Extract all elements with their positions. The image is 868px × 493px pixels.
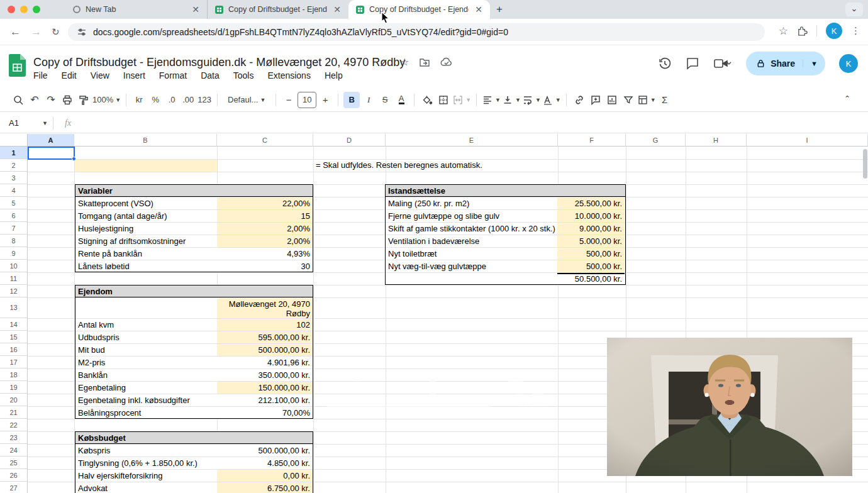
row-value[interactable]: 9.000,00 kr. [557, 223, 625, 235]
version-history-icon[interactable] [658, 57, 672, 70]
paint-format-icon[interactable] [76, 92, 91, 108]
close-window-button[interactable] [8, 6, 15, 13]
row-header-16[interactable]: 16 [0, 343, 28, 356]
site-settings-icon[interactable] [77, 27, 87, 37]
more-formats-button[interactable]: 123 [197, 92, 212, 108]
row-label[interactable]: Fjerne gulvtæppe og slibe gulv [386, 210, 557, 222]
menu-format[interactable]: Format [159, 70, 187, 80]
insert-link-icon[interactable] [572, 92, 587, 108]
fill-handle[interactable] [72, 157, 76, 161]
menu-tools[interactable]: Tools [233, 70, 254, 80]
insert-chart-icon[interactable] [604, 92, 620, 108]
row-value[interactable]: 102 [217, 319, 313, 331]
tab-driftsbudget-1[interactable]: Copy of Driftsbudget - Ejendo ✕ [207, 0, 348, 19]
row-label[interactable] [75, 298, 217, 318]
name-box[interactable]: A1 ▼ [0, 118, 53, 128]
row-label[interactable]: Tomgang (antal dage/år) [75, 210, 217, 222]
row-header-4[interactable]: 4 [0, 184, 28, 197]
close-tab-icon[interactable]: ✕ [332, 4, 342, 14]
row-value[interactable]: 4.901,96 kr. [217, 357, 313, 368]
share-dropdown-icon[interactable]: ▼ [803, 60, 825, 67]
borders-icon[interactable] [436, 92, 451, 108]
font-size-input[interactable]: 10 [298, 92, 316, 108]
search-icon[interactable] [11, 92, 26, 108]
table-header[interactable]: Istandsættelse [386, 185, 625, 197]
row-header-12[interactable]: 12 [0, 285, 28, 297]
selected-cell-A1[interactable] [28, 147, 75, 160]
row-value[interactable]: 6.750,00 kr. [217, 482, 313, 493]
menu-data[interactable]: Data [201, 70, 220, 80]
tab-driftsbudget-2[interactable]: Copy of Driftsbudget - Ejendo ✕ [348, 0, 490, 19]
row-value[interactable]: 2,00% [217, 235, 313, 247]
comments-icon[interactable] [686, 57, 699, 70]
row-header-26[interactable]: 26 [0, 469, 28, 482]
row-header-15[interactable]: 15 [0, 331, 28, 343]
menu-insert[interactable]: Insert [123, 70, 145, 80]
row-value[interactable]: 4,93% [217, 248, 313, 260]
row-header-9[interactable]: 9 [0, 247, 28, 260]
column-header-F[interactable]: F [558, 134, 626, 147]
row-header-11[interactable]: 11 [0, 272, 28, 285]
forward-button[interactable]: → [31, 26, 42, 38]
total-value[interactable]: 50.500,00 kr. [557, 273, 625, 285]
row-label[interactable]: Egenbetaling inkl. købsudgifter [75, 394, 217, 406]
row-header-1[interactable]: 1 [0, 147, 28, 159]
row-value[interactable]: Møllevænget 20, 4970 Rødby [217, 298, 313, 318]
row-header-21[interactable]: 21 [0, 406, 28, 419]
column-header-I[interactable]: I [747, 134, 868, 147]
close-tab-icon[interactable]: ✕ [191, 4, 201, 14]
row-value[interactable]: 500.000,00 kr. [217, 344, 313, 356]
row-label[interactable]: Skatteprocent (VSO) [75, 197, 217, 209]
row-label[interactable]: Nyt væg-til-væg gulvtæppe [386, 260, 557, 272]
row-value[interactable]: 350.000,00 kr. [217, 369, 313, 381]
bold-button[interactable]: B [343, 92, 360, 108]
increase-decimal-button[interactable]: .00 [181, 92, 196, 108]
new-tab-button[interactable]: + [496, 3, 503, 16]
font-select[interactable]: Defaul...▼ [223, 92, 270, 108]
row-value[interactable]: 30 [217, 260, 313, 272]
row-header-19[interactable]: 19 [0, 381, 28, 394]
sheets-logo-icon[interactable] [9, 54, 26, 77]
row-header-23[interactable]: 23 [0, 431, 28, 444]
table-header[interactable]: Variabler [75, 185, 313, 197]
print-icon[interactable] [60, 92, 75, 108]
row-header-6[interactable]: 6 [0, 209, 28, 222]
row-label[interactable]: Rente på banklån [75, 248, 217, 260]
row-header-10[interactable]: 10 [0, 260, 28, 272]
collapse-toolbar-icon[interactable]: ⌃ [844, 94, 850, 103]
text-color-button[interactable]: A [394, 92, 409, 108]
format-percent-button[interactable]: % [148, 92, 163, 108]
row-value[interactable]: 15 [217, 210, 313, 222]
row-header-13[interactable]: 13 [0, 297, 28, 318]
column-header-G[interactable]: G [626, 134, 686, 147]
row-header-24[interactable]: 24 [0, 444, 28, 457]
row-header-5[interactable]: 5 [0, 197, 28, 209]
document-title[interactable]: Copy of Driftsbudget - Ejendomsguiden.dk… [33, 56, 405, 69]
row-value[interactable]: 500,00 kr. [557, 248, 625, 260]
tab-search-chevron-icon[interactable]: ⌄ [845, 3, 863, 16]
menu-edit[interactable]: Edit [62, 70, 77, 80]
row-value[interactable]: 212.100,00 kr. [217, 394, 313, 406]
row-header-3[interactable]: 3 [0, 172, 28, 184]
row-value[interactable]: 500,00 kr. [557, 260, 625, 272]
row-value[interactable]: 25.500,00 kr. [557, 197, 625, 209]
row-value[interactable]: 5.000,00 kr. [557, 235, 625, 247]
row-label[interactable]: Antal kvm [75, 319, 217, 331]
scrollbar-thumb[interactable] [863, 149, 867, 179]
column-header-E[interactable]: E [386, 134, 558, 147]
row-label[interactable]: Egenbetaling [75, 382, 217, 394]
row-header-2[interactable]: 2 [0, 159, 28, 172]
row-label[interactable]: Belåningsprocent [75, 407, 217, 419]
column-header-H[interactable]: H [686, 134, 747, 147]
row-value[interactable]: 4.850,00 kr. [217, 457, 313, 469]
fill-color-icon[interactable] [420, 92, 435, 108]
horizontal-align-button[interactable]: ▼ [482, 92, 501, 108]
increase-font-size-button[interactable]: + [318, 92, 333, 108]
namebox-dropdown-icon[interactable]: ▼ [42, 120, 48, 126]
decrease-font-size-button[interactable]: − [281, 92, 296, 108]
close-tab-icon[interactable]: ✕ [474, 4, 484, 14]
menu-extensions[interactable]: Extensions [267, 70, 310, 80]
redo-icon[interactable]: ↷ [43, 92, 58, 108]
row-label[interactable]: Købspris [75, 445, 217, 457]
row-header-22[interactable]: 22 [0, 419, 28, 431]
